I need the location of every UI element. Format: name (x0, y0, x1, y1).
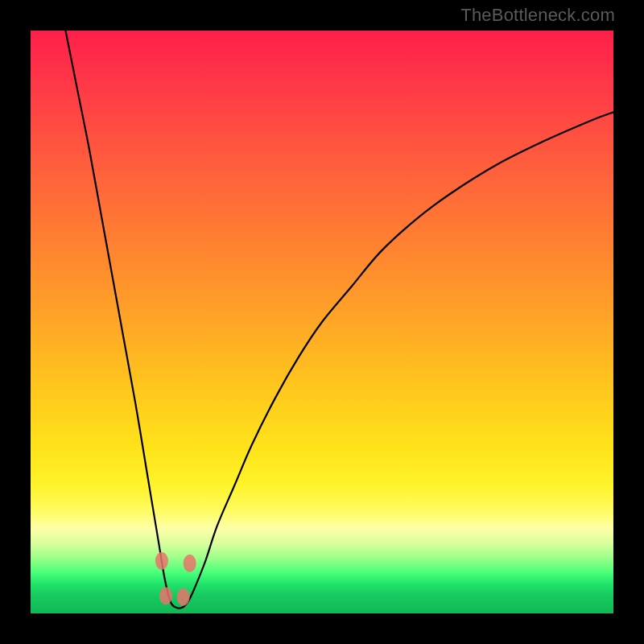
curve-marker (184, 555, 196, 572)
curve-marker (159, 587, 172, 605)
bottleneck-curve (65, 31, 613, 609)
plot-area (31, 31, 613, 613)
chart-frame: TheBottleneck.com (0, 0, 644, 644)
curve-marker (177, 588, 190, 606)
curve-layer (31, 31, 613, 613)
curve-marker (155, 552, 168, 570)
watermark-text: TheBottleneck.com (460, 5, 615, 26)
